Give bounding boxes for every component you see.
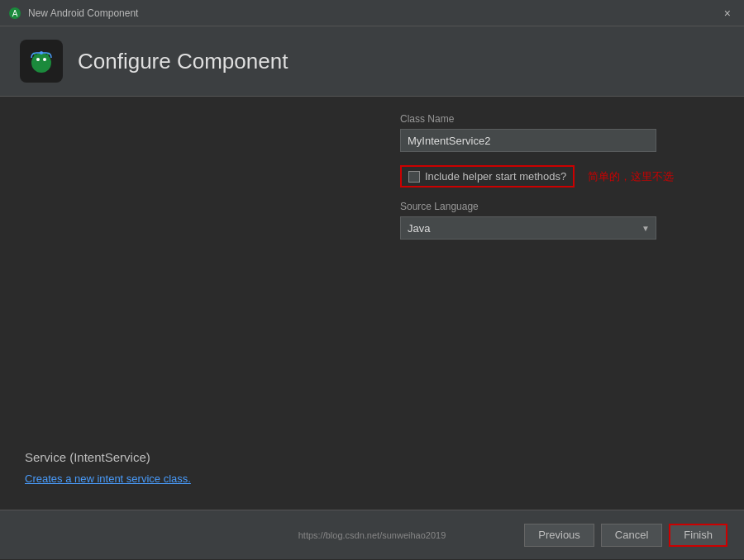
dialog-title: Configure Component <box>78 49 288 74</box>
source-language-group: Source Language Java Kotlin ▼ <box>400 201 724 240</box>
footer: https://blog.csdn.net/sunweihao2019 Prev… <box>0 510 744 559</box>
title-bar-left: A New Android Component <box>8 7 138 20</box>
svg-rect-3 <box>35 61 48 69</box>
svg-text:A: A <box>12 9 18 18</box>
cancel-button[interactable]: Cancel <box>601 524 662 547</box>
helper-methods-checkbox[interactable] <box>408 171 420 183</box>
svg-point-4 <box>36 58 40 61</box>
finish-button[interactable]: Finish <box>669 524 727 547</box>
right-panel: Class Name Include helper start methods?… <box>380 97 744 510</box>
helper-methods-row: Include helper start methods? 简单的，这里不选 <box>400 165 724 187</box>
source-language-label: Source Language <box>400 201 724 212</box>
dialog-header: Configure Component <box>0 26 744 97</box>
source-language-select[interactable]: Java Kotlin <box>400 216 656 240</box>
class-name-group: Class Name <box>400 113 724 152</box>
title-bar: A New Android Component × <box>0 0 744 26</box>
android-studio-icon: A <box>8 7 21 20</box>
source-language-select-wrapper: Java Kotlin ▼ <box>400 216 656 240</box>
android-icon <box>26 46 56 76</box>
watermark: https://blog.csdn.net/sunweihao2019 <box>298 530 446 540</box>
helper-methods-annotation: 简单的，这里不选 <box>588 169 674 184</box>
header-logo <box>20 40 63 83</box>
close-button[interactable]: × <box>719 5 736 21</box>
title-bar-title: New Android Component <box>28 7 138 19</box>
content-area: Service (IntentService) Creates a new in… <box>0 97 744 510</box>
class-name-input[interactable] <box>400 129 656 152</box>
service-description: Creates a new intent service class. <box>25 472 355 485</box>
previous-button[interactable]: Previous <box>524 524 594 547</box>
svg-point-8 <box>40 51 43 55</box>
helper-methods-label[interactable]: Include helper start methods? <box>425 170 566 183</box>
svg-point-5 <box>43 58 46 61</box>
helper-methods-checkbox-wrapper: Include helper start methods? <box>400 165 575 187</box>
left-panel: Service (IntentService) Creates a new in… <box>0 97 380 510</box>
service-info: Service (IntentService) Creates a new in… <box>25 450 355 485</box>
service-title: Service (IntentService) <box>25 450 355 464</box>
class-name-label: Class Name <box>400 113 724 125</box>
